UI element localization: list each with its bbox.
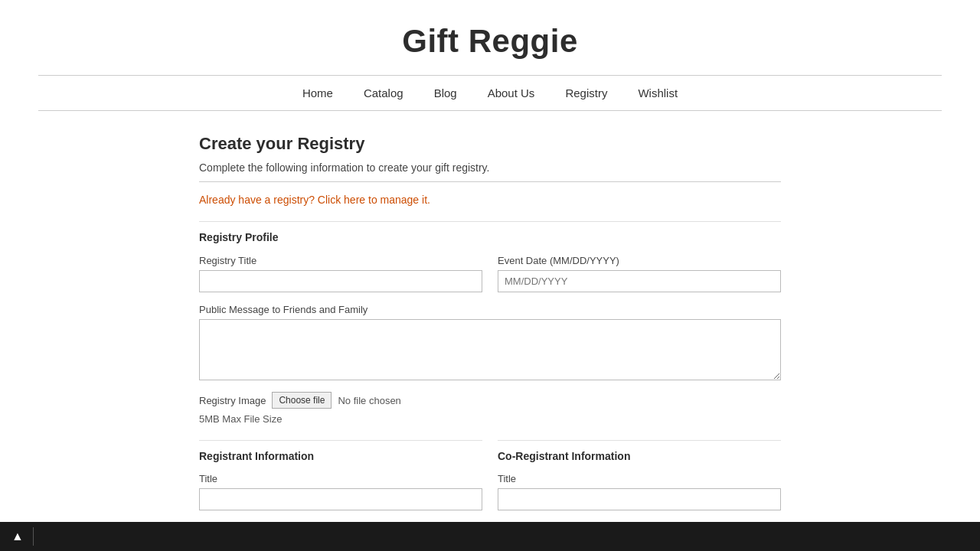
file-size-note: 5MB Max File Size [199, 413, 781, 425]
registrant-title-label: Title [199, 473, 482, 484]
main-content: Create your Registry Complete the follow… [184, 134, 796, 551]
co-registrant-title-group: Title [498, 473, 781, 510]
co-registrant-section-title: Co-Registrant Information [498, 440, 781, 462]
nav-bar: Home Catalog Blog About Us Registry Wish… [38, 75, 942, 111]
existing-registry-link[interactable]: Already have a registry? Click here to m… [199, 194, 781, 206]
nav-registry[interactable]: Registry [565, 86, 607, 99]
no-file-text: No file chosen [338, 395, 400, 406]
public-message-row: Public Message to Friends and Family [199, 304, 781, 380]
site-title: Gift Reggie [0, 23, 980, 60]
public-message-label: Public Message to Friends and Family [199, 304, 781, 315]
registry-title-date-row: Registry Title Event Date (MM/DD/YYYY) [199, 255, 781, 292]
site-header: Gift Reggie [0, 0, 980, 75]
registry-profile-section: Registry Profile Registry Title Event Da… [199, 221, 781, 425]
footer-divider [33, 527, 34, 546]
nav-blog[interactable]: Blog [434, 86, 457, 99]
nav-catalog[interactable]: Catalog [364, 86, 403, 99]
choose-file-button[interactable]: Choose file [272, 392, 332, 409]
public-message-group: Public Message to Friends and Family [199, 304, 781, 380]
page-title: Create your Registry [199, 134, 781, 154]
registry-title-input[interactable] [199, 270, 482, 292]
registry-profile-header: Registry Profile [199, 221, 781, 243]
event-date-label: Event Date (MM/DD/YYYY) [498, 255, 781, 266]
footer-bar: ▲ [0, 522, 980, 551]
co-registrant-title-label: Title [498, 473, 781, 484]
event-date-input[interactable] [498, 270, 781, 292]
divider [199, 181, 781, 182]
registrant-section-title: Registrant Information [199, 440, 482, 462]
registry-image-row: Registry Image Choose file No file chose… [199, 392, 781, 409]
public-message-input[interactable] [199, 319, 781, 380]
scroll-up-button[interactable]: ▲ [11, 530, 24, 543]
nav-wishlist[interactable]: Wishlist [638, 86, 678, 99]
nav-about-us[interactable]: About Us [488, 86, 535, 99]
registry-title-label: Registry Title [199, 255, 482, 266]
page-description: Complete the following information to cr… [199, 161, 781, 174]
registrant-title-group: Title [199, 473, 482, 510]
registry-title-group: Registry Title [199, 255, 482, 292]
co-registrant-title-input[interactable] [498, 488, 781, 510]
nav-home[interactable]: Home [302, 86, 333, 99]
registry-image-label: Registry Image [199, 395, 266, 406]
event-date-group: Event Date (MM/DD/YYYY) [498, 255, 781, 292]
registrant-title-input[interactable] [199, 488, 482, 510]
